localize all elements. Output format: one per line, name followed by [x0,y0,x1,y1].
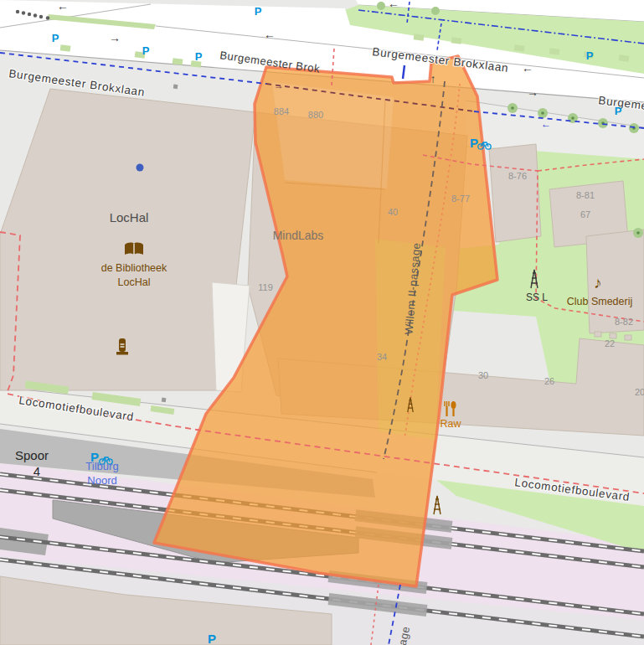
oneway-arrow-up: ↑ [430,72,436,85]
poi-label-mindlabs: MindLabs [273,229,324,242]
oneway-arrow-left: ← [388,0,399,10]
poi-label-club-smederij: Club Smederij [567,296,633,307]
oneway-arrow-right: → [109,31,121,44]
housenumber: 8-76 [508,171,527,181]
barrier-marker [162,398,167,403]
building-tooth [625,335,631,340]
housenumber: 8-81 [576,190,595,200]
map-canvas[interactable]: Burgemeester Brokxlaan Burgemeester Brok… [0,0,644,645]
barrier-marker [173,85,178,90]
housenumber: 34 [377,352,387,362]
platform-label-spoor: Spoor [15,448,49,462]
parking-icon: P [586,49,594,62]
parking-icon: P [208,632,216,645]
building-8-76 [489,144,541,242]
housenumber: 119 [258,282,273,292]
poi-label-bibliotheek-2: LocHal [118,276,151,288]
platform-label-spoor-number: 4 [33,464,40,478]
poi-label-lochal: LocHal [110,210,149,224]
housenumber: 880 [308,110,323,120]
housenumber: 20 [635,387,644,397]
poi-label-ssl: SS L [526,292,548,303]
housenumber: 67 [580,209,590,219]
oneway-arrow-left: ← [522,61,533,75]
cycle-arrow-left: ← [541,118,551,130]
oneway-arrow-left: ← [57,0,69,13]
housenumber: 8-82 [615,317,633,327]
poi-label-bibliotheek-1: de Bibliotheek [101,262,167,274]
parking-icon: P [52,32,59,44]
housenumber: 26 [544,376,554,386]
cycle-arrow-right: → [274,80,284,91]
music-note-icon: ♪ [594,274,602,292]
blue-node-dot [137,164,144,172]
building-tooth [595,332,601,337]
book-icon [125,243,143,255]
housenumber: 8-77 [451,194,470,204]
bicycle-parking-p: P [470,136,478,150]
housenumber: 40 [388,207,398,217]
housenumber: 884 [274,106,289,116]
poi-label-raw: Raw [440,418,461,430]
housenumber: 22 [605,338,615,348]
housenumber: 30 [478,370,488,380]
oneway-arrow-right: → [527,85,538,99]
bicycle-parking-p: P [90,450,99,464]
poi-label-tilburg-2: Noord [87,474,116,487]
oneway-arrow-left: ← [264,28,276,41]
parking-icon: P [615,105,622,117]
parking-icon: P [195,50,203,63]
parking-icon: P [142,44,150,57]
parking-icon: P [255,5,262,18]
